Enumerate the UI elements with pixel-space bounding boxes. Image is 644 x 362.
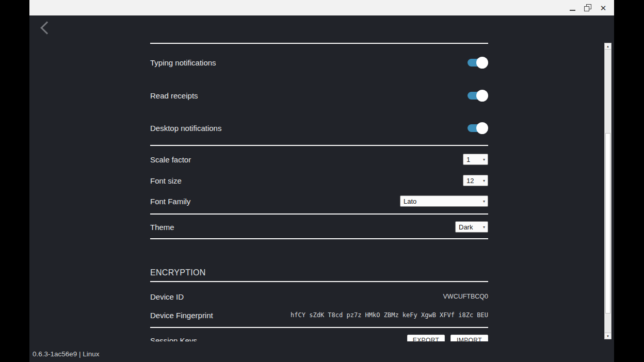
selected-value: Lato [404, 198, 416, 205]
section-title: ENCRYPTION [150, 268, 206, 277]
setting-row-read-receipts: Read receipts [150, 88, 488, 103]
window-controls: ✕ [565, 0, 611, 15]
scale-factor-select[interactable]: 1 ▾ [463, 154, 488, 165]
read-receipts-toggle[interactable] [468, 90, 488, 102]
close-icon: ✕ [600, 4, 607, 12]
toggle-knob [476, 57, 488, 69]
import-button[interactable]: IMPORT [450, 335, 488, 341]
minimize-button[interactable] [565, 0, 580, 15]
device-fingerprint-label: Device Fingerprint [150, 311, 213, 320]
settings-scroll-viewport: Typing notifications Read receipts Deskt… [29, 15, 614, 341]
divider [150, 213, 488, 215]
setting-label: Scale factor [150, 155, 191, 164]
setting-label: Read receipts [150, 91, 198, 100]
typing-notifications-toggle[interactable] [468, 57, 488, 69]
divider [150, 145, 488, 146]
scroll-down-icon: ▼ [606, 335, 609, 338]
divider [150, 281, 488, 282]
device-fingerprint-value: hfCY sZdK T8cd pz7z HMkO ZBMz keFy XgwB … [291, 311, 488, 319]
device-id-row: Device ID VWCUFTBCQ0 [150, 291, 488, 302]
selected-value: Dark [459, 223, 473, 231]
minimize-icon [570, 10, 575, 11]
session-keys-actions: EXPORT IMPORT [407, 335, 488, 341]
device-fingerprint-row: Device Fingerprint hfCY sZdK T8cd pz7z H… [150, 310, 488, 320]
desktop-notifications-toggle[interactable] [468, 122, 488, 134]
setting-row-font-family: Font Family Lato ▾ [150, 195, 488, 207]
toggle-knob [476, 90, 488, 102]
scroll-up-button[interactable]: ▲ [605, 43, 611, 50]
font-size-select[interactable]: 12 ▾ [463, 175, 488, 186]
selected-value: 12 [466, 177, 474, 185]
font-family-select[interactable]: Lato ▾ [400, 195, 488, 207]
divider [150, 238, 488, 239]
setting-label: Theme [150, 223, 174, 232]
device-id-label: Device ID [150, 292, 184, 301]
export-button[interactable]: EXPORT [407, 335, 445, 341]
chevron-down-icon: ▾ [483, 178, 485, 183]
chevron-down-icon: ▾ [483, 199, 485, 204]
setting-label: Desktop notifications [150, 124, 221, 133]
toggle-knob [476, 122, 488, 134]
close-button[interactable]: ✕ [595, 0, 611, 15]
setting-row-theme: Theme Dark ▾ [150, 221, 488, 233]
setting-label: Typing notifications [150, 58, 216, 67]
session-keys-label: Session Keys [150, 336, 197, 342]
vertical-scrollbar[interactable]: ▲ ▼ [604, 43, 611, 339]
setting-row-desktop-notifications: Desktop notifications [150, 121, 488, 135]
device-id-value: VWCUFTBCQ0 [443, 293, 489, 300]
divider [150, 327, 488, 328]
app-window: ✕ Typing notifications Read receipts [29, 0, 614, 362]
selected-value: 1 [466, 156, 470, 163]
setting-label: Font Family [150, 197, 190, 206]
encryption-section-header: ENCRYPTION [150, 267, 488, 278]
chevron-down-icon: ▾ [483, 225, 485, 229]
scrollbar-thumb[interactable] [605, 133, 610, 314]
scroll-up-icon: ▲ [606, 45, 609, 48]
setting-label: Font size [150, 176, 182, 185]
version-status: 0.6.3-1ac56e9 | Linux [33, 350, 100, 358]
session-keys-row: Session Keys EXPORT IMPORT [150, 334, 488, 341]
setting-row-scale-factor: Scale factor 1 ▾ [150, 154, 488, 165]
restore-icon [584, 4, 591, 11]
scroll-down-button[interactable]: ▼ [605, 333, 611, 339]
theme-select[interactable]: Dark ▾ [455, 221, 488, 233]
chevron-down-icon: ▾ [483, 157, 485, 162]
restore-button[interactable] [580, 0, 595, 15]
settings-pane: Typing notifications Read receipts Deskt… [150, 15, 488, 341]
divider [150, 43, 488, 44]
setting-row-typing-notifications: Typing notifications [150, 55, 488, 70]
titlebar: ✕ [29, 0, 614, 15]
setting-row-font-size: Font size 12 ▾ [150, 175, 488, 186]
